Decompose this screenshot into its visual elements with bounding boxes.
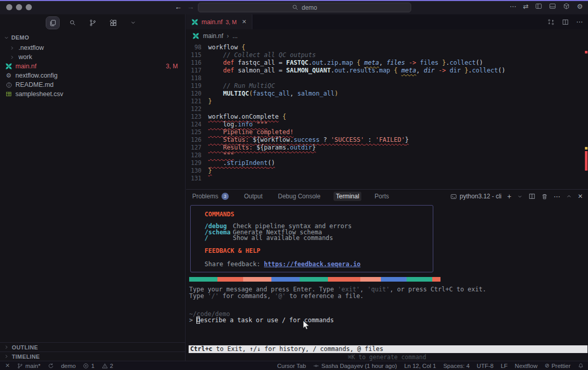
prompt-text: escribe a task or use / for commands: [200, 317, 334, 324]
feedback-link[interactable]: https://feedback.seqera.io: [264, 261, 361, 268]
kebab-icon[interactable]: ⋯: [509, 3, 516, 10]
file-row-readme-md[interactable]: README.md: [0, 80, 185, 89]
explorer-files-icon[interactable]: [46, 17, 59, 29]
sidebar: DEMO .nextflowworkmain.nf3, M⚙nextflow.c…: [0, 14, 186, 361]
statusbar-item-utf-8[interactable]: UTF-8: [477, 363, 494, 369]
statusbar-label: 1: [91, 363, 94, 369]
panel-tab-terminal[interactable]: Terminal: [334, 192, 361, 201]
statusbar-right: Cursor TabSasha Dagayev (1 hour ago)Ln 1…: [277, 363, 588, 369]
panel-tab-label: Debug Console: [278, 193, 321, 200]
file-row-work[interactable]: work: [0, 52, 185, 62]
extensions-icon[interactable]: [107, 17, 120, 29]
more-chevron-icon[interactable]: [127, 17, 139, 28]
statusbar-item-remote-x-icon[interactable]: ✕: [5, 363, 10, 368]
swap-arrows-icon[interactable]: ⇄: [523, 3, 528, 10]
statusbar-item-cursor-tab[interactable]: Cursor Tab: [277, 363, 306, 369]
tab-modified-badge: 3, M: [226, 19, 236, 25]
panel-tab-label: Output: [244, 193, 263, 200]
code-line: 125 Pipeline completed!: [186, 128, 588, 136]
statusbar-item-ln-12-col-1[interactable]: Ln 12, Col 1: [404, 363, 436, 369]
kebab-icon[interactable]: ⋯: [576, 18, 583, 25]
statusbar-item-bell-icon[interactable]: [578, 363, 584, 369]
editor-group: main.nf 3, M ✕ ⋯ main.nf › ... 98workflo…: [186, 14, 588, 189]
command-center-search[interactable]: demo: [198, 3, 411, 12]
line-content: workflow {: [201, 44, 245, 51]
chevron-up-icon[interactable]: [566, 193, 572, 199]
statusbar-item-spaces-4[interactable]: Spaces: 4: [443, 363, 469, 369]
sidebar-section-timeline[interactable]: TIMELINE: [0, 351, 185, 361]
cube-icon[interactable]: [563, 3, 570, 10]
chevron-right-icon: [4, 354, 9, 359]
tab-main-nf[interactable]: main.nf 3, M ✕: [186, 14, 252, 29]
trash-icon[interactable]: [541, 193, 548, 200]
close-icon[interactable]: ✕: [578, 193, 583, 199]
table-icon: [4, 91, 13, 97]
breadcrumb[interactable]: main.nf › ...: [186, 29, 588, 42]
code-editor[interactable]: 98workflow {115 // Collect all QC output…: [186, 42, 588, 182]
terminal-body[interactable]: COMMANDS /debugCheck pipeline syntax and…: [186, 203, 588, 361]
terminal-profile-selector[interactable]: python3.12 - cli: [450, 193, 501, 200]
overview-ruler-warning-mark: [585, 147, 587, 150]
split-icon[interactable]: [528, 193, 536, 200]
settings-gear-icon[interactable]: ⚙: [577, 3, 583, 10]
panel-tab-debug-console[interactable]: Debug Console: [276, 192, 323, 201]
statusbar: ✕main*demo12 Cursor TabSasha Dagayev (1 …: [0, 361, 588, 370]
traffic-lights[interactable]: [6, 4, 32, 10]
statusbar-item-1[interactable]: 1: [83, 363, 94, 369]
minimize-window-button[interactable]: [16, 4, 22, 10]
line-content: [201, 75, 208, 82]
panel-tab-output[interactable]: Output: [242, 192, 265, 201]
panel-tab-ports[interactable]: Ports: [373, 192, 391, 201]
explorer-section-header[interactable]: DEMO: [0, 33, 185, 42]
split-editor-icon[interactable]: [562, 18, 569, 26]
code-line: 129 .stripIndent(): [186, 159, 588, 167]
chevron-down-icon[interactable]: [517, 194, 523, 199]
branch-icon: [17, 363, 23, 369]
layout-panel-icon[interactable]: [549, 3, 556, 10]
statusbar-item-nextflow[interactable]: Nextflow: [515, 363, 538, 369]
layout-sidebar-icon[interactable]: [535, 3, 542, 10]
line-content: Status: ${workflow.success ? 'SUCCESS' :…: [201, 136, 409, 144]
panel-tab-problems[interactable]: Problems3: [190, 192, 231, 201]
file-row-samplesheet-csv[interactable]: samplesheet.csv: [0, 89, 185, 99]
line-content: [201, 105, 208, 113]
section-label: OUTLINE: [12, 344, 38, 350]
code-line: 98workflow {: [186, 44, 588, 51]
code-line: 122: [186, 105, 588, 113]
file-row--nextflow[interactable]: .nextflow: [0, 43, 185, 52]
search-icon[interactable]: [67, 17, 79, 28]
breadcrumb-file[interactable]: main.nf: [203, 32, 223, 40]
plus-icon[interactable]: +: [507, 193, 511, 200]
statusbar-item-demo[interactable]: demo: [61, 363, 76, 369]
sidebar-section-outline[interactable]: OUTLINE: [0, 342, 185, 351]
file-row-main-nf[interactable]: main.nf3, M: [0, 62, 185, 71]
source-control-icon[interactable]: [86, 17, 99, 29]
statusbar-item-prettier[interactable]: ⊘Prettier: [545, 363, 571, 369]
terminal-prompt-input[interactable]: >Describe a task or use / for commands: [189, 317, 334, 324]
nav-forward-button[interactable]: →: [187, 3, 194, 11]
file-row-nextflow-config[interactable]: ⚙nextflow.config: [0, 71, 185, 80]
window-accent-border: [0, 0, 588, 1]
statusbar-item-sync-icon[interactable]: [48, 363, 54, 369]
statusbar-item-2[interactable]: 2: [102, 363, 113, 369]
tab-close-icon[interactable]: ✕: [242, 18, 246, 25]
line-number: 127: [186, 144, 201, 152]
line-content: .stripIndent(): [201, 159, 275, 167]
line-content: log.info """: [201, 121, 268, 128]
code-line: 120 MULTIQC(fastqc_all, salmon_all): [186, 90, 588, 98]
breadcrumb-more[interactable]: ...: [232, 32, 237, 40]
statusbar-item-main-[interactable]: main*: [17, 363, 40, 369]
line-content: }: [201, 167, 212, 175]
statusbar-item-sasha-dagayev-1-hour-ago-[interactable]: Sasha Dagayev (1 hour ago): [313, 363, 397, 369]
statusbar-label: demo: [61, 363, 76, 369]
file-label: samplesheet.csv: [15, 90, 63, 98]
close-window-button[interactable]: [6, 4, 12, 10]
nav-back-button[interactable]: ←: [175, 3, 182, 11]
statusbar-item-lf[interactable]: LF: [501, 363, 507, 369]
compare-changes-icon[interactable]: [547, 18, 555, 26]
panel-tab-label: Ports: [375, 193, 389, 200]
line-content: Results: ${params.outdir}: [201, 144, 316, 152]
maximize-window-button[interactable]: [26, 4, 32, 10]
commands-title: COMMANDS: [205, 211, 433, 218]
kebab-icon[interactable]: ⋯: [554, 193, 560, 200]
